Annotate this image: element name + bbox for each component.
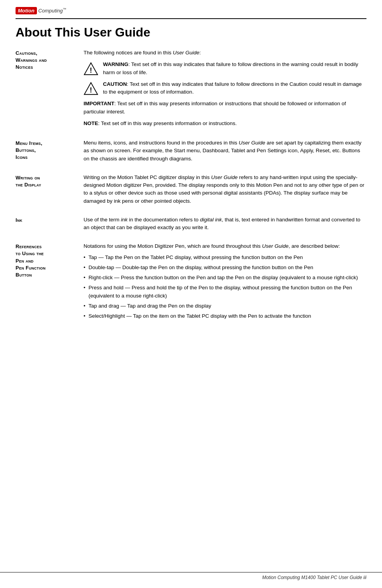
section-label-references: References to Using the Pen and Pen Func…	[16, 242, 84, 322]
menu-label: Menu Items, Buttons, Icons	[16, 140, 42, 160]
bullet-item-tap-drag: Tap and drag — Tap and drag the Pen on t…	[84, 302, 366, 310]
section-label-writing: Writing on the Display	[16, 174, 84, 205]
header-logo: Motion Computing™	[16, 7, 366, 14]
important-block: IMPORTANT: Text set off in this way pres…	[84, 100, 366, 116]
caution-block: ! CAUTION: Text set off in this way indi…	[84, 80, 366, 96]
warning-text: WARNING: Text set off in this way indica…	[103, 61, 366, 77]
logo-computing-text: Computing™	[38, 7, 66, 14]
references-bullet-list: Tap — Tap the Pen on the Tablet PC displ…	[84, 254, 366, 320]
section-label-ink: Ink	[16, 216, 84, 232]
page-footer: Motion Computing M1400 Tablet PC User Gu…	[0, 572, 382, 580]
section-label-cautions: Cautions, Warnings and Notices	[16, 49, 84, 131]
logo-motion-text: Motion	[16, 7, 37, 14]
references-label: References to Using the Pen and Pen Func…	[16, 244, 45, 278]
menu-items-text: Menu items, icons, and instructions foun…	[84, 139, 366, 163]
header-divider	[16, 18, 366, 19]
footer-text: Motion Computing M1400 Tablet PC User Gu…	[262, 575, 366, 580]
logo-box: Motion Computing™	[16, 7, 66, 14]
ink-label: Ink	[16, 217, 23, 223]
warning-block: ! WARNING: Text set off in this way indi…	[84, 61, 366, 77]
section-menu-items: Menu Items, Buttons, Icons Menu items, i…	[16, 139, 366, 163]
section-content-cautions: The following notices are found in this …	[84, 49, 366, 131]
note-block: NOTE: Text set off in this way presents …	[84, 120, 366, 127]
bullet-item-press-hold: Press and hold — Press and hold the tip …	[84, 284, 366, 300]
page-wrapper: Motion Computing™ About This User Guide …	[0, 0, 382, 588]
section-label-menu: Menu Items, Buttons, Icons	[16, 139, 84, 163]
caution-text: CAUTION: Text set off in this way indica…	[103, 80, 366, 96]
svg-text:!: !	[90, 66, 92, 74]
ink-text: Use of the term ink in the documentation…	[84, 216, 366, 232]
writing-text: Writing on the Motion Tablet PC digitize…	[84, 174, 366, 205]
cautions-intro: The following notices are found in this …	[84, 49, 366, 57]
section-content-menu: Menu items, icons, and instructions foun…	[84, 139, 366, 163]
section-content-writing: Writing on the Motion Tablet PC digitize…	[84, 174, 366, 205]
section-cautions: Cautions, Warnings and Notices The follo…	[16, 49, 366, 131]
caution-icon: !	[84, 81, 98, 96]
cautions-label: Cautions, Warnings and Notices	[16, 50, 47, 70]
section-references: References to Using the Pen and Pen Func…	[16, 242, 366, 322]
page-title: About This User Guide	[16, 25, 366, 40]
section-ink: Ink Use of the term ink in the documenta…	[16, 216, 366, 232]
warning-icon: !	[84, 61, 98, 76]
section-content-references: Notations for using the Motion Digitizer…	[84, 242, 366, 322]
bullet-item-right-click: Right-click — Press the function button …	[84, 274, 366, 282]
writing-label: Writing on the Display	[16, 175, 41, 188]
svg-text:!: !	[90, 85, 92, 94]
section-writing: Writing on the Display Writing on the Mo…	[16, 174, 366, 205]
bullet-item-tap: Tap — Tap the Pen on the Tablet PC displ…	[84, 254, 366, 261]
bullet-item-select-highlight: Select/Highlight — Tap on the item on th…	[84, 312, 366, 320]
bullet-item-double-tap: Double-tap — Double-tap the Pen on the d…	[84, 264, 366, 271]
references-intro: Notations for using the Motion Digitizer…	[84, 242, 366, 250]
section-content-ink: Use of the term ink in the documentation…	[84, 216, 366, 232]
